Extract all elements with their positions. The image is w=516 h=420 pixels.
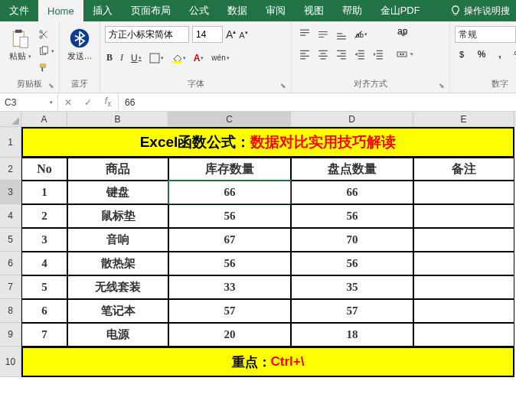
bluetooth-send-button[interactable]: 发送… xyxy=(64,26,95,63)
col-header-A[interactable]: A xyxy=(21,112,67,127)
cell-C9[interactable]: 20 xyxy=(168,323,291,347)
cell-A9[interactable]: 7 xyxy=(21,323,67,347)
align-launcher[interactable]: ⬊ xyxy=(439,82,445,90)
font-color-button[interactable]: A▾ xyxy=(192,51,206,65)
paste-button[interactable]: 粘贴▾ xyxy=(5,26,35,63)
font-launcher[interactable]: ⬊ xyxy=(280,82,286,90)
align-left-button[interactable] xyxy=(296,46,313,63)
cell-B8[interactable]: 笔记本 xyxy=(67,299,168,323)
hd-note[interactable]: 备注 xyxy=(413,158,514,181)
cell-D6[interactable]: 56 xyxy=(291,252,413,275)
clipboard-launcher[interactable]: ⬊ xyxy=(48,82,54,90)
cell-D4[interactable]: 56 xyxy=(291,204,413,228)
tab-pdf[interactable]: 金山PDF xyxy=(371,0,429,21)
italic-button[interactable]: I xyxy=(119,50,125,65)
copy-button[interactable]: ▾ xyxy=(38,44,54,58)
cell-A8[interactable]: 6 xyxy=(21,299,67,323)
bold-button[interactable]: B xyxy=(105,50,114,65)
cell-B3[interactable]: 键盘 xyxy=(67,181,168,204)
tab-view[interactable]: 视图 xyxy=(295,0,333,21)
indent-dec-button[interactable] xyxy=(351,46,368,63)
inc-decimal-button[interactable]: .0.00 xyxy=(510,46,516,63)
cell-C3[interactable]: 66 xyxy=(168,181,291,204)
cell-E5[interactable] xyxy=(413,228,514,252)
tab-layout[interactable]: 页面布局 xyxy=(122,0,180,21)
row-header-10[interactable]: 10 xyxy=(0,347,21,377)
phonetic-button[interactable]: wén▾ xyxy=(210,52,230,63)
cell-D7[interactable]: 35 xyxy=(291,275,413,299)
row-header-9[interactable]: 9 xyxy=(0,323,21,347)
wrap-text-button[interactable]: ab xyxy=(394,26,445,43)
tab-help[interactable]: 帮助 xyxy=(333,0,371,21)
footer-cell[interactable]: 重点：Ctrl+\ xyxy=(21,347,514,377)
col-header-C[interactable]: C xyxy=(168,112,291,127)
font-name-select[interactable] xyxy=(105,26,189,43)
cell-D5[interactable]: 70 xyxy=(291,228,413,252)
name-box[interactable]: C3▾ xyxy=(0,93,58,111)
orientation-button[interactable]: ab▾ xyxy=(351,26,368,43)
font-size-select[interactable] xyxy=(192,26,223,43)
cell-C6[interactable]: 56 xyxy=(168,252,291,275)
cell-E3[interactable] xyxy=(413,181,514,204)
number-format-select[interactable]: 常规 xyxy=(455,26,516,43)
tab-formula[interactable]: 公式 xyxy=(180,0,218,21)
border-button[interactable]: ▾ xyxy=(148,51,165,65)
hd-no[interactable]: No xyxy=(21,158,67,181)
indent-inc-button[interactable] xyxy=(370,46,387,63)
cell-A3[interactable]: 1 xyxy=(21,181,67,204)
row-header-6[interactable]: 6 xyxy=(0,252,21,275)
cell-E9[interactable] xyxy=(413,323,514,347)
col-header-E[interactable]: E xyxy=(413,112,514,127)
cell-A6[interactable]: 4 xyxy=(21,252,67,275)
shrink-font-button[interactable]: A▾ xyxy=(239,30,247,40)
row-header-8[interactable]: 8 xyxy=(0,299,21,323)
cell-E6[interactable] xyxy=(413,252,514,275)
row-header-7[interactable]: 7 xyxy=(0,275,21,299)
tab-file[interactable]: 文件 xyxy=(0,0,38,21)
cell-D3[interactable]: 66 xyxy=(291,181,413,204)
cell-B4[interactable]: 鼠标垫 xyxy=(67,204,168,228)
cell-B9[interactable]: 电源 xyxy=(67,323,168,347)
align-middle-button[interactable] xyxy=(315,26,331,43)
cell-E4[interactable] xyxy=(413,204,514,228)
hd-stock[interactable]: 库存数量 xyxy=(168,158,291,181)
row-header-1[interactable]: 1 xyxy=(0,127,21,158)
row-header-5[interactable]: 5 xyxy=(0,228,21,252)
cell-C8[interactable]: 57 xyxy=(168,299,291,323)
currency-button[interactable]: $ xyxy=(455,46,472,63)
underline-button[interactable]: U▾ xyxy=(129,51,143,65)
hd-count[interactable]: 盘点数量 xyxy=(291,158,413,181)
hd-prod[interactable]: 商品 xyxy=(67,158,168,181)
align-center-button[interactable] xyxy=(315,46,331,63)
comma-button[interactable]: , xyxy=(492,46,508,63)
tell-me[interactable]: 操作说明搜 xyxy=(444,0,516,21)
row-header-3[interactable]: 3 xyxy=(0,181,21,204)
tab-home[interactable]: Home xyxy=(38,0,83,21)
cell-A7[interactable]: 5 xyxy=(21,275,67,299)
format-painter-button[interactable] xyxy=(38,61,54,75)
cut-button[interactable] xyxy=(38,28,54,41)
title-cell[interactable]: Excel函数公式：数据对比实用技巧解读 xyxy=(21,127,514,158)
cell-D9[interactable]: 18 xyxy=(291,323,413,347)
cell-C4[interactable]: 56 xyxy=(168,204,291,228)
fx-button[interactable]: fx xyxy=(98,96,118,108)
cell-E7[interactable] xyxy=(413,275,514,299)
align-bottom-button[interactable] xyxy=(333,26,350,43)
col-header-D[interactable]: D xyxy=(291,112,413,127)
cell-B6[interactable]: 散热架 xyxy=(67,252,168,275)
cell-C7[interactable]: 33 xyxy=(168,275,291,299)
cell-B7[interactable]: 无线套装 xyxy=(67,275,168,299)
merge-center-button[interactable]: ▾ xyxy=(394,46,445,63)
col-header-B[interactable]: B xyxy=(67,112,168,127)
tab-review[interactable]: 审阅 xyxy=(256,0,295,21)
cell-C5[interactable]: 67 xyxy=(168,228,291,252)
row-header-2[interactable]: 2 xyxy=(0,158,21,181)
tab-insert[interactable]: 插入 xyxy=(83,0,122,21)
tab-data[interactable]: 数据 xyxy=(218,0,256,21)
cell-A5[interactable]: 3 xyxy=(21,228,67,252)
select-all-corner[interactable] xyxy=(0,112,21,127)
percent-button[interactable]: % xyxy=(473,46,490,63)
cell-E8[interactable] xyxy=(413,299,514,323)
grow-font-button[interactable]: A▴ xyxy=(226,28,236,41)
enter-formula-button[interactable]: ✓ xyxy=(78,97,98,108)
